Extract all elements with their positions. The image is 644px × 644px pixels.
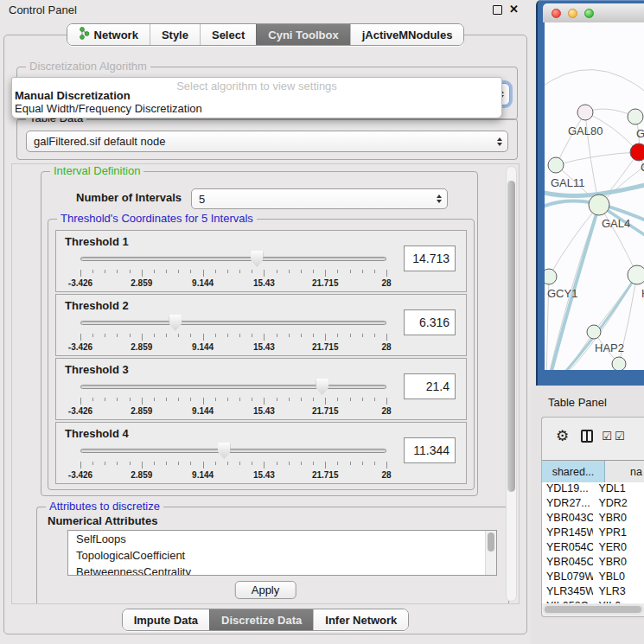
- threshold-slider[interactable]: -3.4262.8599.14415.4321.71528: [80, 379, 386, 416]
- close-icon[interactable]: ✕: [509, 5, 519, 14]
- table-cell[interactable]: YIL0: [593, 600, 644, 603]
- table-cell[interactable]: YER0: [593, 541, 644, 556]
- float-window-icon[interactable]: [493, 5, 502, 15]
- network-node[interactable]: [628, 109, 643, 124]
- tab-style[interactable]: Style: [150, 24, 200, 45]
- table-row[interactable]: YDL19...YDL1: [542, 482, 644, 497]
- column-header-shared-name[interactable]: shared...: [542, 461, 605, 482]
- network-node[interactable]: [628, 265, 644, 284]
- slider-tick: [130, 270, 131, 273]
- table-scrollbar-thumb[interactable]: [545, 606, 641, 613]
- network-node[interactable]: [587, 325, 601, 339]
- network-node[interactable]: [548, 157, 564, 173]
- table-data-combobox[interactable]: galFiltered.sif default node: [26, 131, 508, 152]
- table-cell[interactable]: YBR0: [593, 556, 644, 571]
- slider-tick: [362, 270, 363, 273]
- table-cell[interactable]: YBL079W: [542, 571, 593, 585]
- slider-thumb[interactable]: [251, 251, 264, 267]
- listbox-scrollbar-thumb[interactable]: [488, 532, 494, 552]
- list-item[interactable]: BetweennessCentrality: [68, 564, 496, 576]
- network-edge[interactable]: [556, 112, 585, 165]
- table-row[interactable]: YBR043CYBR0: [542, 512, 644, 526]
- slider-thumb[interactable]: [316, 379, 328, 395]
- threshold-value-field[interactable]: 14.713: [404, 245, 456, 271]
- threshold-value-field[interactable]: 11.344: [404, 437, 456, 463]
- threshold-value-field[interactable]: 21.4: [404, 373, 456, 399]
- slider-thumb[interactable]: [218, 443, 231, 459]
- zoom-traffic-light-icon[interactable]: [584, 9, 594, 18]
- minimize-traffic-light-icon[interactable]: [568, 9, 577, 18]
- slider-track[interactable]: [80, 321, 386, 325]
- tab-discretize-data[interactable]: Discretize Data: [209, 609, 313, 630]
- list-item[interactable]: SelfLoops: [68, 531, 496, 547]
- threshold-slider[interactable]: -3.4262.8599.14415.4321.71528: [80, 316, 386, 352]
- list-item[interactable]: TopologicalCoefficient: [68, 547, 496, 564]
- slider-scale-label: -3.426: [68, 342, 92, 352]
- network-node[interactable]: [630, 143, 644, 161]
- threshold-panel: Threshold 3 -3.4262.8599.14415.4321.7152…: [55, 358, 467, 420]
- listbox-scrollbar[interactable]: [485, 531, 496, 575]
- table-cell[interactable]: YER054C: [542, 541, 593, 556]
- table-cell[interactable]: YDR27...: [542, 497, 593, 512]
- table-cell[interactable]: YBR045C: [542, 556, 593, 571]
- network-edge[interactable]: [545, 69, 644, 95]
- deselect-all-icon[interactable]: ☑: [615, 430, 626, 443]
- network-node[interactable]: [589, 194, 609, 215]
- settings-vertical-scrollbar[interactable]: [506, 166, 517, 602]
- tab-jactivemnodules[interactable]: jActiveMNodules: [350, 24, 464, 45]
- bottom-tabs: Impute Data Discretize Data Infer Networ…: [122, 609, 410, 631]
- table-cell[interactable]: YLR345W: [542, 585, 593, 600]
- dropdown-option-equal-width[interactable]: Equal Width/Frequency Discretization: [15, 102, 202, 115]
- threshold-value-field[interactable]: 6.316: [404, 309, 456, 335]
- columns-icon[interactable]: [581, 430, 593, 443]
- table-row[interactable]: YIL052CYIL0: [542, 600, 644, 603]
- network-canvas-container[interactable]: GAL80GACGAL11GAL4GCY1HHAP2: [545, 22, 644, 370]
- network-node[interactable]: [612, 357, 626, 370]
- slider-thumb[interactable]: [169, 315, 182, 331]
- table-row[interactable]: YDR27...YDR2: [542, 497, 644, 512]
- table-cell[interactable]: YDR2: [593, 497, 644, 512]
- table-row[interactable]: YLR345WYLR3: [542, 585, 644, 600]
- table-cell[interactable]: YPR1: [593, 526, 644, 541]
- table-cell[interactable]: YLR3: [593, 585, 644, 600]
- dropdown-option-manual[interactable]: Manual Discretization: [15, 89, 131, 102]
- apply-button[interactable]: Apply: [235, 581, 296, 599]
- slider-track[interactable]: [80, 449, 386, 453]
- threshold-slider[interactable]: -3.4262.8599.14415.4321.71528: [80, 252, 386, 288]
- table-row[interactable]: YER054CYER0: [542, 541, 644, 556]
- tab-network[interactable]: Network: [67, 24, 150, 45]
- network-node[interactable]: [545, 269, 557, 284]
- threshold-slider[interactable]: -3.4262.8599.14415.4321.71528: [80, 443, 386, 480]
- table-cell[interactable]: YPR145W: [542, 526, 593, 541]
- column-header-name[interactable]: na: [605, 461, 644, 482]
- table-row[interactable]: YPR145WYPR1: [542, 526, 644, 541]
- table-cell[interactable]: YDL19...: [542, 482, 593, 497]
- tab-cyni-toolbox[interactable]: Cyni Toolbox: [256, 24, 349, 45]
- network-window-titlebar[interactable]: [543, 3, 644, 22]
- table-row[interactable]: YBR045CYBR0: [542, 556, 644, 571]
- slider-tick: [252, 462, 252, 465]
- network-edge[interactable]: [549, 205, 599, 277]
- slider-track[interactable]: [80, 385, 386, 389]
- select-all-icon[interactable]: ☑: [602, 430, 613, 443]
- table-cell[interactable]: YIL052C: [542, 600, 593, 603]
- settings-scrollbar-thumb[interactable]: [507, 181, 515, 492]
- table-cell[interactable]: YBL0: [593, 571, 644, 585]
- table-cell[interactable]: YDL1: [593, 482, 644, 497]
- network-edge[interactable]: [556, 152, 639, 165]
- gear-icon[interactable]: ⚙: [556, 429, 569, 443]
- number-of-intervals-combobox[interactable]: 5: [191, 188, 448, 209]
- network-canvas[interactable]: GAL80GACGAL11GAL4GCY1HHAP2: [545, 22, 644, 370]
- table-cell[interactable]: YBR0: [593, 512, 644, 526]
- table-horizontal-scrollbar[interactable]: [543, 604, 644, 615]
- close-traffic-light-icon[interactable]: [552, 9, 561, 18]
- slider-track[interactable]: [80, 257, 386, 261]
- network-node[interactable]: [577, 105, 593, 120]
- slider-tick: [130, 398, 131, 401]
- table-cell[interactable]: YBR043C: [542, 512, 593, 526]
- tab-select[interactable]: Select: [200, 24, 256, 45]
- table-row[interactable]: YBL079WYBL0: [542, 571, 644, 585]
- attributes-listbox[interactable]: SelfLoopsTopologicalCoefficientBetweenne…: [67, 530, 497, 576]
- tab-infer-network[interactable]: Infer Network: [313, 609, 408, 630]
- tab-impute-data[interactable]: Impute Data: [123, 609, 209, 630]
